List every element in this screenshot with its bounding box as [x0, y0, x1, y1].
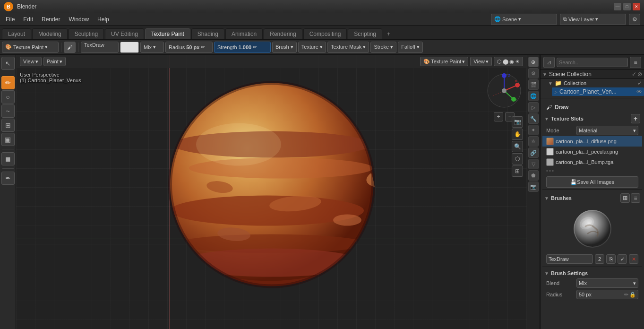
brush-preview-image[interactable] — [574, 210, 611, 248]
maximize-button[interactable]: □ — [623, 3, 631, 10]
texture-slots-header[interactable]: ▼ Texture Slots + — [542, 113, 642, 125]
view-layer-selector[interactable]: ⧉ View Layer ▾ — [560, 14, 626, 25]
outliner-filter-button[interactable]: ⊿ — [543, 57, 555, 68]
scene-restrict-icon[interactable]: ⊘ — [637, 71, 642, 78]
scene-visibility-icon[interactable]: ✓ — [632, 71, 636, 78]
physics-icon[interactable]: ⚛ — [528, 136, 539, 147]
data-icon[interactable]: ▽ — [528, 159, 539, 169]
menu-file[interactable]: File — [2, 15, 18, 24]
outliner-search-input[interactable] — [557, 58, 628, 67]
tab-scripting[interactable]: Scripting — [348, 28, 382, 39]
zoom-tool-button[interactable]: 🔍 — [512, 141, 523, 152]
falloff-dropdown[interactable]: Falloff ▾ — [398, 42, 423, 53]
tab-sculpting[interactable]: Sculpting — [69, 28, 104, 39]
brush-settings-header[interactable]: ▼ Brush Settings — [542, 269, 642, 277]
stroke-dropdown[interactable]: Stroke ▾ — [370, 42, 396, 53]
brush-dropdown[interactable]: Brush ▾ — [272, 42, 297, 53]
add-workspace-button[interactable]: + — [383, 29, 394, 39]
particles-icon[interactable]: ✦ — [528, 125, 539, 135]
scene-icon-btn[interactable]: 🎬 — [528, 79, 539, 90]
tool-options-icon[interactable]: ⚙ — [528, 68, 539, 78]
cursor-tool[interactable]: ↖ — [1, 57, 15, 70]
soften-tool[interactable]: ○ — [1, 90, 15, 104]
paint-menu-button[interactable]: Paint ▾ — [43, 57, 66, 66]
render-icon-btn[interactable]: 📷 — [528, 182, 539, 192]
save-all-images-button[interactable]: 💾 Save All Images — [546, 176, 638, 188]
paint-mode-icon: 🎨 — [423, 59, 430, 65]
blend-mode-dropdown[interactable]: Mix ▾ — [140, 42, 164, 53]
texture-paint-mode-button[interactable]: 🎨 Texture Paint ▾ — [420, 57, 468, 66]
object-properties-icon[interactable]: ▷ — [528, 102, 539, 113]
tab-modeling[interactable]: Modeling — [32, 28, 68, 39]
outliner-display-button[interactable]: ≡ — [630, 57, 641, 68]
viewport-shading-buttons[interactable]: ⬡ ⬤ ◉ ☀ — [494, 57, 523, 66]
mode-selector[interactable]: 🎨 Texture Paint ▾ — [2, 42, 59, 53]
radius-edit-btn[interactable]: ✏ — [624, 292, 628, 298]
fill-tool[interactable]: ▣ — [1, 133, 15, 146]
tab-animation[interactable]: Animation — [225, 28, 263, 39]
brush-delete-button[interactable]: ✕ — [629, 254, 638, 264]
tab-shading[interactable]: Shading — [191, 28, 224, 39]
mode-dropdown[interactable]: Material ▾ — [576, 126, 638, 135]
menu-edit[interactable]: Edit — [19, 15, 37, 24]
viewport[interactable]: View ▾ Paint ▾ 🎨 Texture Paint ▾ View ▾ … — [16, 55, 527, 329]
smear-tool[interactable]: ~ — [1, 104, 15, 118]
radius-lock-btn[interactable]: 🔒 — [629, 292, 636, 298]
brush-expand-button[interactable]: ⊞ — [620, 193, 630, 203]
close-button[interactable]: ✕ — [633, 3, 640, 10]
brushes-header[interactable]: ▼ Brushes ⊞ ≡ — [542, 192, 642, 204]
tab-compositing[interactable]: Compositing — [303, 28, 347, 39]
tab-rendering[interactable]: Rendering — [264, 28, 302, 39]
brush-name-field[interactable]: TexDraw — [546, 254, 593, 264]
tab-uv-editing[interactable]: UV Editing — [105, 28, 144, 39]
camera-view-button[interactable]: 📷 — [512, 116, 523, 128]
render-preview-button[interactable]: ⊞ — [512, 165, 523, 177]
tab-layout[interactable]: Layout — [2, 28, 31, 39]
clone-tool[interactable]: ⊞ — [1, 119, 15, 132]
active-tool-icon[interactable]: ⊕ — [528, 57, 539, 67]
material-icon-btn[interactable]: ⬟ — [528, 170, 539, 181]
brush-scroll-button[interactable]: ≡ — [631, 193, 640, 203]
brush-save-button[interactable]: ✓ — [618, 254, 627, 264]
texture-dropdown[interactable]: Texture ▾ — [298, 42, 326, 53]
menu-help[interactable]: Help — [94, 15, 113, 24]
scene-collection-toggle[interactable]: ▼ — [542, 72, 547, 77]
toggle-camera-button[interactable]: ⬡ — [512, 153, 523, 164]
draw-tool[interactable]: ✏ — [1, 76, 15, 89]
modifier-icon[interactable]: 🔧 — [528, 113, 539, 124]
mask-tool[interactable]: ◼ — [1, 152, 15, 165]
radius-value-display[interactable]: 50 px ✏ 🔒 — [576, 290, 638, 299]
brush-name-input[interactable]: TexDraw — [81, 42, 119, 53]
brush-copy-button[interactable]: ⎘ — [606, 254, 616, 264]
texture-slot-diffuse[interactable]: cartoon_pla...l_diffuse.png — [542, 136, 642, 147]
world-icon[interactable]: 🌐 — [528, 91, 539, 101]
object-visibility-icon[interactable]: 👁 — [636, 88, 642, 95]
3d-viewport-canvas[interactable] — [16, 55, 527, 329]
blend-dropdown[interactable]: Mix ▾ — [576, 278, 638, 288]
radius-field[interactable]: Radius 50 px ✏ — [165, 42, 213, 53]
collection-visibility-icon[interactable]: ✓ — [637, 80, 642, 87]
scene-selector[interactable]: 🌐 Scene ▾ — [491, 14, 557, 25]
save-all-label: Save All Images — [577, 179, 614, 185]
view-menu-button[interactable]: View ▾ — [20, 57, 42, 66]
object-item[interactable]: ▷ Cartoon_Planet_Ven... 👁 — [552, 87, 644, 96]
navigation-gizmo[interactable]: X Y Z + − — [485, 72, 523, 110]
minimize-button[interactable]: — — [614, 3, 621, 10]
add-texture-slot-button[interactable]: + — [631, 114, 640, 123]
brush-tool-button[interactable]: 🖌 — [64, 42, 76, 53]
annotate-tool[interactable]: ✒ — [1, 172, 15, 185]
menu-window[interactable]: Window — [65, 15, 93, 24]
constraints-icon[interactable]: 🔗 — [528, 147, 539, 158]
view-overlay-button[interactable]: View ▾ — [470, 57, 492, 66]
tab-texture-paint[interactable]: Texture Paint — [145, 28, 190, 39]
texture-slot-bump[interactable]: cartoon_pla...l_Bump.tga — [542, 157, 642, 167]
settings-button[interactable]: ⚙ — [629, 14, 640, 25]
pan-tool-button[interactable]: ✋ — [512, 129, 523, 140]
color-picker[interactable] — [120, 42, 139, 53]
zoom-in-button[interactable]: + — [494, 112, 503, 121]
texture-slot-specular[interactable]: cartoon_pla...l_pecular.png — [542, 147, 642, 157]
menu-render[interactable]: Render — [38, 15, 64, 24]
strength-field[interactable]: Strength 1.000 ✏ — [214, 42, 271, 53]
texture-mask-dropdown[interactable]: Texture Mask ▾ — [327, 42, 369, 53]
collection-item[interactable]: ▼ 📁 Collection ✓ — [546, 79, 644, 87]
